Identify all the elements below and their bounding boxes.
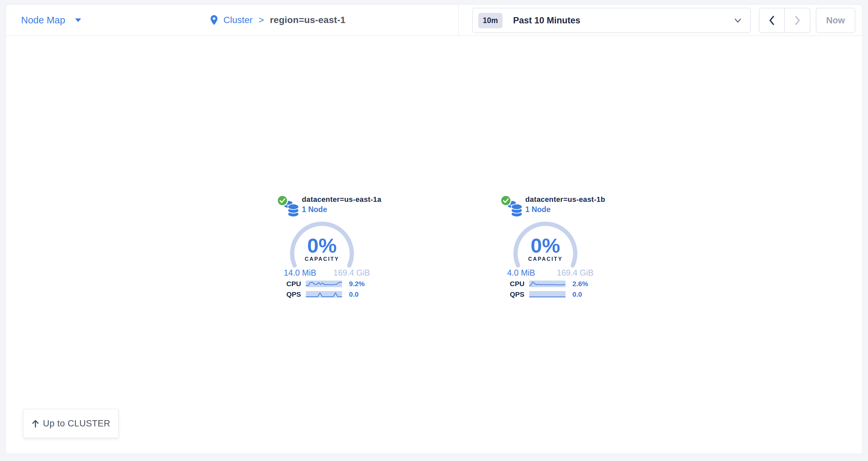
up-to-cluster-button[interactable]: Up to CLUSTER bbox=[23, 409, 119, 438]
header-bar: Node Map Cluster > region=us-east-1 10m … bbox=[6, 4, 862, 36]
datacenter-name: datacenter=us-east-1a bbox=[302, 195, 381, 204]
capacity-label: CAPACITY bbox=[273, 256, 371, 262]
datacenter-node-count: 1 Node bbox=[525, 205, 551, 214]
check-circle-icon bbox=[277, 195, 288, 208]
breadcrumb: Cluster > region=us-east-1 bbox=[211, 5, 346, 36]
qps-metric-row: QPS 0.0 bbox=[286, 290, 359, 298]
cpu-value: 9.2% bbox=[349, 280, 365, 288]
chevron-right-icon bbox=[794, 15, 801, 26]
qps-value: 0.0 bbox=[572, 290, 582, 298]
time-range-dropdown[interactable]: 10m Past 10 Minutes bbox=[472, 8, 751, 33]
qps-value: 0.0 bbox=[349, 290, 359, 298]
chevron-left-icon bbox=[768, 15, 775, 26]
cpu-label: CPU bbox=[510, 280, 529, 288]
time-range-label: Past 10 Minutes bbox=[513, 15, 580, 26]
datacenter-name: datacenter=us-east-1b bbox=[525, 195, 606, 204]
qps-sparkline bbox=[306, 291, 342, 298]
time-step-forward-button[interactable] bbox=[785, 8, 810, 33]
cpu-sparkline bbox=[306, 281, 342, 287]
header-divider bbox=[458, 5, 459, 36]
datacenter-card-us-east-1b[interactable]: datacenter=us-east-1b 1 Node 0% CAPACITY… bbox=[496, 194, 595, 303]
cpu-value: 2.6% bbox=[572, 280, 588, 288]
caret-down-icon bbox=[75, 19, 81, 22]
chevron-down-icon bbox=[734, 18, 742, 25]
arrow-up-icon bbox=[31, 419, 39, 428]
cpu-metric-row: CPU 9.2% bbox=[286, 280, 365, 288]
cpu-sparkline bbox=[529, 281, 565, 287]
capacity-used: 14.0 MiB bbox=[284, 268, 316, 277]
breadcrumb-current-location: region=us-east-1 bbox=[270, 15, 346, 25]
qps-metric-row: QPS 0.0 bbox=[510, 290, 582, 298]
view-selector-label: Node Map bbox=[21, 15, 65, 26]
cpu-label: CPU bbox=[286, 280, 306, 288]
capacity-used: 4.0 MiB bbox=[507, 268, 535, 277]
datacenter-node-count: 1 Node bbox=[302, 205, 327, 214]
qps-label: QPS bbox=[286, 290, 306, 298]
breadcrumb-cluster-link[interactable]: Cluster bbox=[223, 15, 253, 25]
capacity-total: 169.4 GiB bbox=[334, 268, 370, 277]
up-to-cluster-label: Up to CLUSTER bbox=[43, 419, 111, 429]
time-range-badge: 10m bbox=[478, 13, 502, 28]
datacenter-card-us-east-1a[interactable]: datacenter=us-east-1a 1 Node 0% CAPACITY… bbox=[273, 194, 371, 303]
node-map-panel: Node Map Cluster > region=us-east-1 10m … bbox=[6, 4, 862, 454]
location-pin-icon bbox=[211, 15, 217, 25]
capacity-total: 169.4 GiB bbox=[557, 268, 593, 277]
capacity-percent: 0% bbox=[496, 235, 595, 256]
capacity-percent: 0% bbox=[273, 235, 371, 256]
time-step-buttons bbox=[759, 8, 810, 33]
check-circle-icon bbox=[500, 195, 512, 208]
qps-label: QPS bbox=[510, 290, 529, 298]
now-button[interactable]: Now bbox=[816, 8, 855, 33]
view-selector-dropdown[interactable]: Node Map bbox=[21, 5, 81, 36]
cpu-metric-row: CPU 2.6% bbox=[510, 280, 588, 288]
qps-sparkline bbox=[529, 291, 565, 298]
breadcrumb-separator: > bbox=[259, 15, 264, 25]
time-step-back-button[interactable] bbox=[759, 8, 785, 33]
capacity-label: CAPACITY bbox=[496, 256, 595, 262]
